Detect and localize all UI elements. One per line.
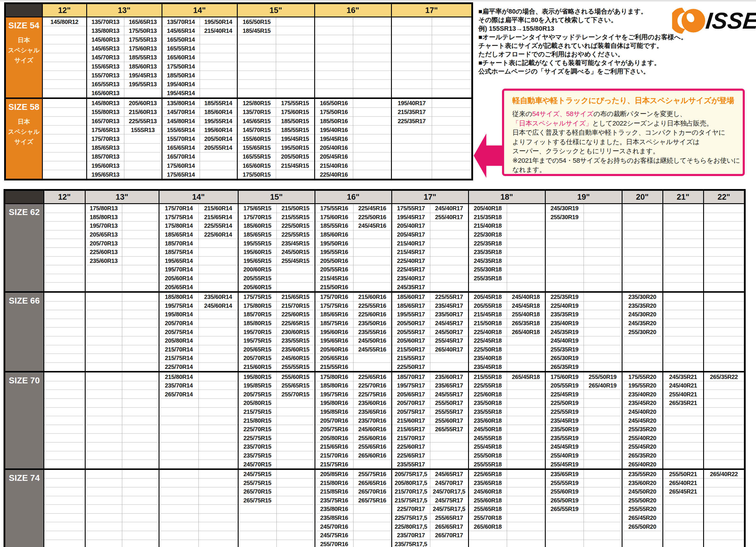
tire-size-cell <box>237 53 276 62</box>
tire-size-cell: 225/40R16 <box>315 170 353 180</box>
tire-size-cell: 225/45R18 <box>468 336 507 345</box>
tire-size-cell <box>276 53 315 62</box>
tire-size-cell: 195/45R15 <box>276 134 315 143</box>
tire-size-cell: 185/60R17 <box>392 292 430 301</box>
tire-size-cell <box>276 170 315 180</box>
tire-size-cell: 235/70R16 <box>353 416 392 425</box>
tire-size-cell: 235/60R17 <box>430 372 468 381</box>
tire-size-cell: 255/35R20 <box>622 425 663 434</box>
tire-size-cell: 165/55R14 <box>162 44 200 53</box>
tire-size-cell <box>85 354 122 363</box>
tire-size-cell: 205/65R16 <box>315 354 353 363</box>
tire-size-cell <box>703 451 745 460</box>
tire-size-cell: 215/55R15 <box>276 213 315 222</box>
tire-size-cell <box>198 239 238 248</box>
tire-size-cell: 135/70R13 <box>87 17 124 26</box>
tire-size-cell: 245/40R18 <box>507 292 545 301</box>
tire-size-cell <box>663 222 703 230</box>
size-chart-table: 12"13"14"15"16"17"SIZE 54日本スペシャルサイズ145/8… <box>4 2 473 180</box>
promo-text: スーパー、クラシックともにリリースされます。 <box>512 147 659 155</box>
tire-size-cell <box>122 230 159 239</box>
tire-size-cell: 215/65R17 <box>392 425 430 434</box>
tire-size-cell <box>276 478 315 487</box>
tire-size-cell <box>159 416 198 425</box>
tire-size-cell <box>584 505 622 514</box>
tire-size-cell <box>276 496 315 505</box>
tire-size-cell <box>198 310 238 319</box>
tire-size-cell <box>44 531 85 540</box>
tire-size-cell <box>44 390 85 399</box>
tire-size-cell <box>198 319 238 328</box>
tire-size-cell: 255/40R20 <box>622 434 663 442</box>
tire-size-cell <box>584 283 622 292</box>
rim-diameter-header: 12" <box>44 190 85 204</box>
tire-size-cell <box>432 17 472 26</box>
tire-size-cell: 235/70R17 <box>392 531 430 540</box>
tire-size-cell <box>44 407 85 416</box>
tire-size-cell <box>545 239 584 248</box>
tire-size-cell <box>663 416 703 425</box>
tire-size-cell <box>353 89 391 98</box>
tire-size-cell: 225/60R15 <box>276 310 315 319</box>
tire-size-cell: 205/70R15 <box>238 354 276 363</box>
tire-size-cell <box>584 407 622 416</box>
tire-size-cell: 235/55R16 <box>353 328 392 336</box>
tire-size-cell: 155/60R15 <box>237 134 276 143</box>
tire-size-cell <box>622 222 663 230</box>
tire-size-cell: 225/55R13 <box>124 117 162 126</box>
tire-size-cell: 215/55R17 <box>392 354 430 363</box>
tire-size-cell <box>237 71 276 80</box>
isse-logo: ISSE <box>672 6 756 35</box>
tire-size-cell <box>353 62 391 71</box>
tire-size-cell: 205/75R17,5 <box>392 469 430 478</box>
tire-size-cell: 155/70R14 <box>162 134 200 143</box>
tire-size-cell <box>391 126 432 134</box>
tire-size-cell: 225/35R17 <box>391 117 432 126</box>
tire-size-cell: 255/50R20 <box>622 496 663 505</box>
tire-size-cell <box>85 540 122 547</box>
tire-size-cell <box>42 161 87 170</box>
tire-size-cell <box>200 62 237 71</box>
tire-size-cell <box>584 531 622 540</box>
tire-size-cell <box>159 399 198 408</box>
tire-size-cell: 265/40R17 <box>430 345 468 354</box>
tire-size-cell: 255/35R18 <box>468 274 507 283</box>
tire-size-cell <box>507 416 545 425</box>
tire-size-cell <box>507 345 545 354</box>
tire-size-cell <box>432 117 472 126</box>
tire-size-cell: 265/35R18 <box>507 319 545 328</box>
tire-size-cell: 265/70R14 <box>159 390 198 399</box>
tire-size-cell <box>703 487 745 496</box>
tire-size-cell: 265/65R16 <box>353 478 392 487</box>
tire-size-cell <box>584 292 622 301</box>
tire-size-cell <box>159 496 198 505</box>
tire-size-cell <box>200 53 237 62</box>
tire-size-cell: 205/55R19 <box>545 381 584 390</box>
tire-size-cell <box>507 442 545 451</box>
tire-size-cell <box>198 345 238 354</box>
tire-size-cell <box>584 442 622 451</box>
tire-size-cell: 235/40R18 <box>468 354 507 363</box>
tire-size-cell <box>42 71 87 80</box>
tire-size-cell <box>430 239 468 248</box>
tire-size-cell: 215/50R16 <box>315 283 353 292</box>
tire-size-cell <box>315 53 353 62</box>
tire-size-cell <box>122 496 159 505</box>
tire-size-cell <box>238 505 276 514</box>
tire-size-cell: 265/60R18 <box>468 522 507 531</box>
tire-size-cell: 185/60R16 <box>315 230 353 239</box>
tire-size-cell <box>584 213 622 222</box>
tire-size-cell: 195/55R20 <box>622 381 663 390</box>
tire-size-cell <box>315 62 353 71</box>
tire-size-cell <box>198 434 238 442</box>
tire-size-cell <box>545 256 584 265</box>
tire-size-cell: 225/65R18 <box>468 469 507 478</box>
tire-size-cell <box>85 434 122 442</box>
tire-size-cell <box>507 407 545 416</box>
tire-size-cell <box>432 126 472 134</box>
tire-size-cell: 215/65R16 <box>315 442 353 451</box>
tire-size-cell <box>432 35 472 44</box>
tire-size-cell <box>85 372 122 381</box>
tire-size-cell <box>42 35 87 44</box>
tire-size-cell: 215/35R17 <box>391 108 432 116</box>
